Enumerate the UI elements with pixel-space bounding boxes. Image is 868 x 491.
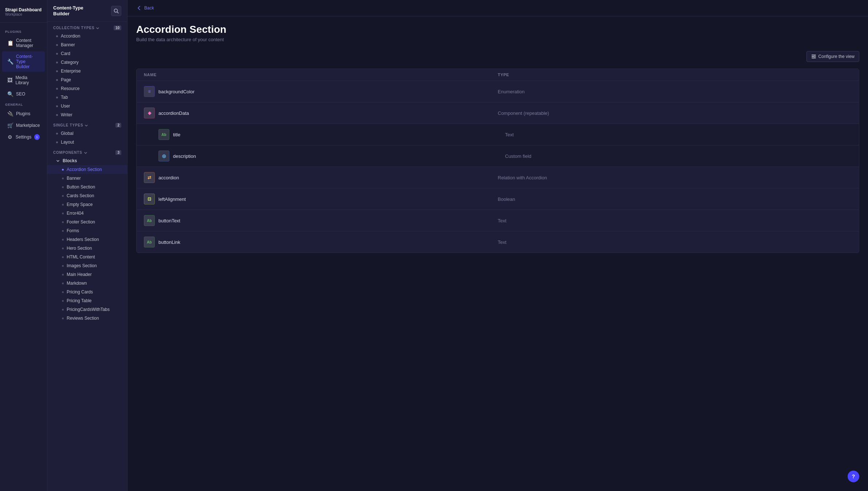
settings-icon: ⚙ [7,134,13,140]
general-label: GENERAL [0,100,47,108]
text-icon: Ab [144,237,155,248]
nav-item-card[interactable]: Card [47,49,127,58]
table-row[interactable]: Ab buttonLink Text [137,231,859,253]
field-type-cell: Relation with Accordion [498,175,852,180]
sidebar-item-content-type-builder[interactable]: 🔧 Content-Type Builder [2,51,45,72]
nav-item-cards-section[interactable]: Cards Section [47,191,127,200]
back-button[interactable]: Back [136,5,154,11]
chevron-down-icon [96,26,99,30]
configure-view-button[interactable]: Configure the view [806,51,859,62]
nav-item-footer-section[interactable]: Footer Section [47,218,127,226]
field-label: title [173,132,180,137]
nav-item-layout[interactable]: Layout [47,138,127,147]
builder-sidebar-header: Content-TypeBuilder [47,0,127,22]
field-name-cell: ◈ accordionData [144,108,498,118]
collection-types-section[interactable]: COLLECTION TYPES 10 [47,22,127,32]
nav-item-page[interactable]: Page [47,75,127,84]
sidebar-item-seo[interactable]: 🔍 SEO [2,89,45,100]
nav-item-html-content[interactable]: HTML Content [47,253,127,261]
nav-item-user[interactable]: User [47,102,127,110]
nav-item-empty-space[interactable]: Empty Space [47,200,127,209]
content-manager-icon: 📋 [7,40,13,46]
main-content: Back Accordion Section Build the data ar… [127,0,868,491]
marketplace-icon: 🛒 [7,122,13,128]
nav-item-writer[interactable]: Writer [47,110,127,119]
field-type-cell: Text [498,239,852,245]
back-arrow-icon [136,5,142,11]
nav-item-resource[interactable]: Resource [47,84,127,93]
components-section[interactable]: COMPONENTS 3 [47,147,127,156]
table-row[interactable]: ⊡ leftAlignment Boolean [137,188,859,210]
table-row[interactable]: ◈ accordionData Component (repeatable) [137,102,859,124]
content-area: Configure the view NAME TYPE ≡ backgroun… [127,45,868,491]
nav-item-error404[interactable]: Error404 [47,209,127,218]
nav-item-global[interactable]: Global [47,129,127,138]
field-label: leftAlignment [158,196,186,202]
builder-sidebar: Content-TypeBuilder COLLECTION TYPES 10 … [47,0,127,491]
field-type-cell: Component (repeatable) [498,110,852,116]
field-name-cell: ⊡ leftAlignment [144,194,498,204]
table-row[interactable]: ⇄ accordion Relation with Accordion [137,167,859,188]
single-types-section[interactable]: SINGLE TYPES 2 [47,119,127,129]
name-column-header: NAME [144,73,498,77]
field-name-cell: ◎ description [158,151,505,161]
page-subtitle: Build the data architecture of your cont… [136,37,859,42]
help-button[interactable]: ? [848,471,859,482]
nav-item-banner[interactable]: Banner [47,40,127,49]
nav-item-reviews-section[interactable]: Reviews Section [47,314,127,323]
sidebar-item-media-library[interactable]: 🖼 Media Library [2,73,45,88]
nav-item-forms[interactable]: Forms [47,226,127,235]
app-header: Strapi Dashboard Workplace [0,4,47,23]
nav-item-headers-section[interactable]: Headers Section [47,235,127,244]
relation-icon: ⇄ [144,172,155,183]
field-type-cell: Text [498,218,852,223]
table-row[interactable]: ≡ backgroundColor Enumeration [137,81,859,102]
nav-item-enterprise[interactable]: Enterprise [47,67,127,75]
field-label: description [173,153,196,159]
back-label: Back [144,5,154,11]
field-name-cell: ⇄ accordion [144,172,498,183]
enum-icon: ≡ [144,86,155,97]
field-label: backgroundColor [158,89,195,94]
blocks-group[interactable]: Blocks [47,156,127,165]
nav-item-markdown[interactable]: Markdown [47,279,127,288]
nav-item-category[interactable]: Category [47,58,127,67]
nav-item-hero-section[interactable]: Hero Section [47,244,127,253]
collection-types-list: Accordion Banner Card Category Enterpris… [47,32,127,119]
nav-item-images-section[interactable]: Images Section [47,261,127,270]
chevron-down-icon [85,124,88,127]
configure-view-label: Configure the view [818,54,855,59]
nav-item-button-section[interactable]: Button Section [47,183,127,191]
sidebar-item-plugins[interactable]: 🔌 Plugins [2,108,45,119]
sidebar-item-settings[interactable]: ⚙ Settings 1 [2,132,45,143]
field-type-cell: Enumeration [498,89,852,94]
nav-item-pricing-cards-tabs[interactable]: PricingCardsWithTabs [47,305,127,314]
svg-point-7 [813,58,814,59]
field-label: accordionData [158,110,189,116]
nav-item-accordion-section[interactable]: Accordion Section [47,165,127,174]
svg-point-5 [812,55,813,56]
nav-item-pricing-table[interactable]: Pricing Table [47,296,127,305]
table-row[interactable]: ◎ description Custom field [137,145,859,167]
field-type-cell: Custom field [505,153,852,159]
nav-item-accordion[interactable]: Accordion [47,32,127,40]
nav-item-banner-comp[interactable]: Banner [47,174,127,183]
single-types-list: Global Layout [47,129,127,147]
table-row[interactable]: Ab buttonText Text [137,210,859,231]
field-name-cell: Ab buttonLink [144,237,498,248]
configure-icon [811,54,816,59]
sidebar-item-content-manager[interactable]: 📋 Content Manager [2,35,45,51]
nav-item-tab[interactable]: Tab [47,93,127,102]
table-row[interactable]: Ab title Text [137,124,859,145]
single-types-label: SINGLE TYPES [53,123,88,127]
search-button[interactable] [111,6,121,16]
sidebar-item-label: Plugins [16,111,30,116]
nav-item-main-header[interactable]: Main Header [47,270,127,279]
app-subtitle: Workplace [5,12,42,16]
top-bar: Back [127,0,868,16]
text-icon: Ab [144,215,155,226]
seo-icon: 🔍 [7,91,13,97]
collection-types-count: 10 [114,26,121,30]
nav-item-pricing-cards[interactable]: Pricing Cards [47,288,127,296]
sidebar-item-marketplace[interactable]: 🛒 Marketplace [2,120,45,131]
